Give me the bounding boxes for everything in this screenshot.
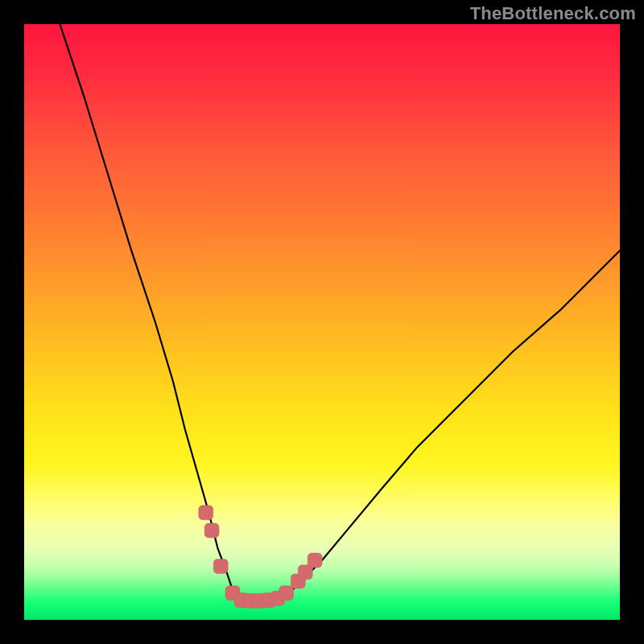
- guide-marker: [199, 506, 213, 520]
- curve-layer: [24, 24, 620, 620]
- guide-marker: [204, 523, 219, 538]
- chart-frame: TheBottleneck.com: [0, 0, 644, 644]
- watermark-text: TheBottleneck.com: [470, 3, 636, 24]
- guide-marker: [279, 586, 294, 601]
- guide-marker: [308, 553, 322, 568]
- guide-markers: [199, 506, 322, 609]
- guide-marker: [213, 559, 228, 573]
- plot-area: [24, 24, 620, 620]
- bottleneck-curve: [60, 24, 620, 601]
